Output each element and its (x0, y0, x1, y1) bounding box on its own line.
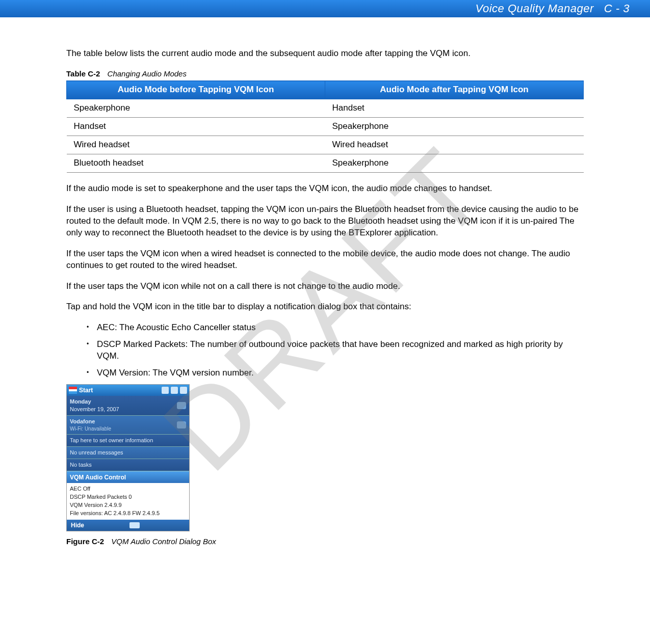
screenshot-bottombar: Hide (67, 520, 189, 531)
screenshot-date: November 19, 2007 (70, 406, 119, 413)
network-icon (177, 421, 186, 428)
battery-icon (180, 387, 187, 394)
screenshot-carrier-row: Vodafone Wi-Fi: Unavailable (67, 416, 189, 435)
table-label: Table C-2 (66, 69, 100, 78)
table-cell: Handset (325, 99, 584, 118)
intro-paragraph: The table below lists the current audio … (66, 48, 584, 60)
screenshot-messages-row: No unread messages (67, 447, 189, 459)
device-screenshot: Start Monday November 19, 2007 Vodafone … (66, 384, 190, 531)
screenshot-tasks: No tasks (70, 461, 92, 469)
screenshot-dialog-body: AEC Off DSCP Marked Packets 0 VQM Versio… (67, 483, 189, 520)
screenshot-dscp: DSCP Marked Packets 0 (70, 493, 186, 501)
list-item: AEC: The Acoustic Echo Canceller status (87, 322, 584, 334)
start-label: Start (79, 386, 93, 394)
table-cell: Speakerphone (325, 118, 584, 136)
table-header-after: Audio Mode after Tapping VQM Icon (325, 81, 584, 99)
figure-caption: Figure C-2 VQM Audio Control Dialog Box (66, 536, 584, 547)
bullet-list: AEC: The Acoustic Echo Canceller status … (66, 322, 584, 379)
audio-modes-table: Audio Mode before Tapping VQM Icon Audio… (66, 81, 584, 173)
body-paragraph: If the user taps the VQM icon while not … (66, 281, 584, 292)
body-paragraph: Tap and hold the VQM icon in the title b… (66, 301, 584, 313)
screenshot-titlebar: Start (67, 385, 189, 396)
header-section-title: Voice Quality Manager (476, 2, 594, 15)
table-caption: Table C-2 Changing Audio Modes (66, 69, 584, 79)
body-paragraph: If the user taps the VQM icon when a wir… (66, 248, 584, 272)
table-row: Handset Speakerphone (67, 118, 584, 136)
screenshot-owner-row: Tap here to set owner information (67, 435, 189, 447)
screenshot-day: Monday (70, 398, 119, 406)
screenshot-tasks-row: No tasks (67, 459, 189, 471)
table-header-before: Audio Mode before Tapping VQM Icon (67, 81, 325, 99)
table-row: Speakerphone Handset (67, 99, 584, 118)
screenshot-hide: Hide (71, 521, 84, 529)
table-cell: Bluetooth headset (67, 154, 325, 172)
list-item: DSCP Marked Packets: The number of outbo… (87, 339, 584, 362)
screenshot-version: VQM Version 2.4.9.9 (70, 501, 186, 509)
table-row: Wired headset Wired headset (67, 136, 584, 154)
screenshot-owner: Tap here to set owner information (70, 437, 153, 444)
table-cell: Handset (67, 118, 325, 136)
screenshot-dialog-title: VQM Audio Control (67, 471, 189, 483)
screenshot-date-row: Monday November 19, 2007 (67, 396, 189, 416)
start-flag-icon (69, 387, 77, 394)
table-cell: Wired headset (67, 136, 325, 154)
screenshot-aec: AEC Off (70, 485, 186, 493)
clock-icon (177, 402, 186, 409)
keyboard-icon (129, 522, 140, 528)
table-cell: Wired headset (325, 136, 584, 154)
page-content: The table below lists the current audio … (0, 17, 650, 569)
body-paragraph: If the audio mode is set to speakerphone… (66, 183, 584, 195)
figure-label: Figure C-2 (66, 537, 104, 546)
screenshot-wifi: Wi-Fi: Unavailable (70, 425, 111, 433)
table-row: Bluetooth headset Speakerphone (67, 154, 584, 172)
table-title: Changing Audio Modes (108, 69, 187, 78)
list-item: VQM Version: The VQM version number. (87, 367, 584, 379)
screenshot-carrier: Vodafone (70, 418, 111, 425)
screenshot-messages: No unread messages (70, 449, 123, 457)
volume-icon (171, 387, 178, 394)
body-paragraph: If the user is using a Bluetooth headset… (66, 204, 584, 239)
signal-icon (162, 387, 169, 394)
table-cell: Speakerphone (67, 99, 325, 118)
screenshot-fileversions: File versions: AC 2.4.9.8 FW 2.4.9.5 (70, 509, 186, 518)
figure-title: VQM Audio Control Dialog Box (111, 537, 216, 546)
header-page-number: C - 3 (604, 2, 630, 15)
table-cell: Speakerphone (325, 154, 584, 172)
page-header: Voice Quality Manager C - 3 (0, 0, 650, 17)
